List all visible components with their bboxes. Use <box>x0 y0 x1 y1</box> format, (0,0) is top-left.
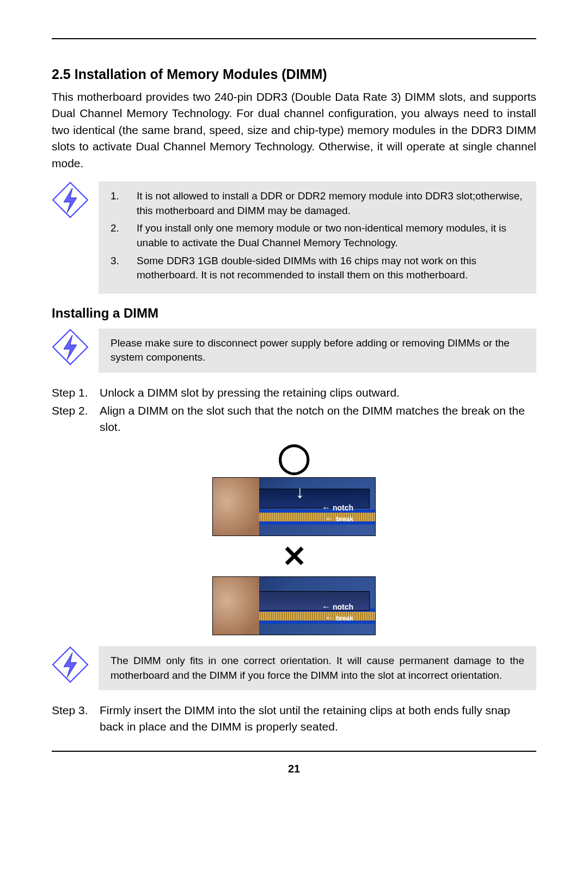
step-text: Unlock a DIMM slot by pressing the retai… <box>100 385 536 400</box>
section-heading: 2.5 Installation of Memory Modules (DIMM… <box>52 66 536 82</box>
note1-text-3: Some DDR3 1GB double-sided DIMMs with 16… <box>137 254 524 283</box>
notch-label: ←notch <box>322 503 353 513</box>
steps-group-a: Step 1. Unlock a DIMM slot by pressing t… <box>52 385 536 435</box>
note1-num-1: 1. <box>111 189 137 218</box>
caution-note-3: The DIMM only fits in one correct orient… <box>52 646 536 690</box>
arrow-down-icon: ↓ <box>296 483 304 501</box>
step-row: Step 2. Align a DIMM on the slot such th… <box>52 403 536 435</box>
note1-num-3: 3. <box>111 254 137 283</box>
caution-note-2: Please make sure to disconnect power sup… <box>52 329 536 373</box>
lightning-warning-icon <box>52 181 89 218</box>
note2-text: Please make sure to disconnect power sup… <box>111 337 510 363</box>
step-label: Step 1. <box>52 385 100 400</box>
step-text: Align a DIMM on the slot such that the n… <box>100 403 536 435</box>
note1-num-2: 2. <box>111 221 137 250</box>
top-rule <box>52 38 536 39</box>
step-row: Step 3. Firmly insert the DIMM into the … <box>52 702 536 734</box>
step-text: Firmly insert the DIMM into the slot unt… <box>100 702 536 734</box>
incorrect-symbol-icon: ✕ <box>282 542 307 571</box>
step-label: Step 3. <box>52 702 100 734</box>
lightning-warning-icon <box>52 329 89 366</box>
note3-text: The DIMM only fits in one correct orient… <box>111 655 524 681</box>
caution-note-1-body: 1. It is not allowed to install a DDR or… <box>99 181 536 294</box>
dimm-figure: ◯ ↓ ←notch ←break ✕ ←notch ←break <box>52 442 536 635</box>
note1-text-2: If you install only one memory module or… <box>137 221 524 250</box>
notch-label: ←notch <box>322 602 353 612</box>
dimm-incorrect-photo: ←notch ←break <box>212 576 376 635</box>
caution-note-3-body: The DIMM only fits in one correct orient… <box>99 646 536 690</box>
bottom-rule <box>52 751 536 752</box>
caution-note-2-body: Please make sure to disconnect power sup… <box>99 329 536 373</box>
sub-heading: Installing a DIMM <box>52 306 536 321</box>
caution-note-1: 1. It is not allowed to install a DDR or… <box>52 181 536 294</box>
section-intro: This motherboard provides two 240-pin DD… <box>52 89 536 172</box>
note1-text-1: It is not allowed to install a DDR or DD… <box>137 189 524 218</box>
page-number: 21 <box>52 763 536 775</box>
lightning-warning-icon <box>52 646 89 683</box>
steps-group-b: Step 3. Firmly insert the DIMM into the … <box>52 702 536 734</box>
step-row: Step 1. Unlock a DIMM slot by pressing t… <box>52 385 536 400</box>
step-label: Step 2. <box>52 403 100 435</box>
correct-symbol-icon: ◯ <box>278 442 310 472</box>
break-label: ←break <box>325 613 353 623</box>
break-label: ←break <box>325 514 353 524</box>
dimm-correct-photo: ↓ ←notch ←break <box>212 477 376 536</box>
